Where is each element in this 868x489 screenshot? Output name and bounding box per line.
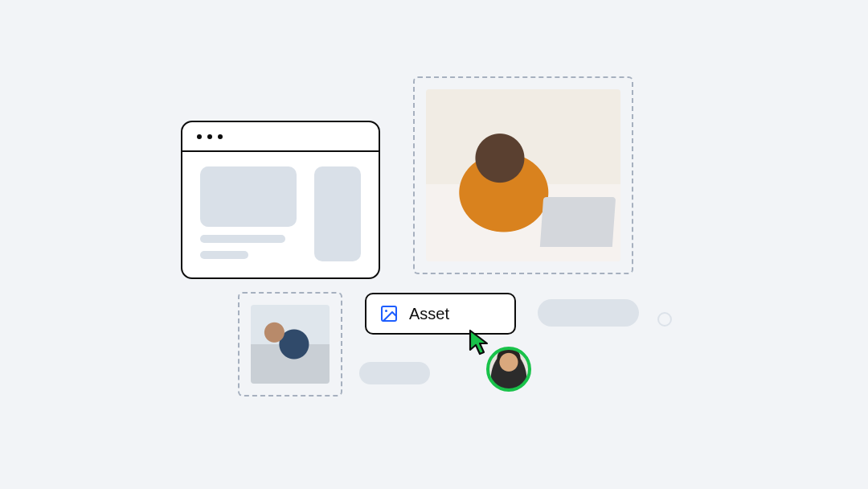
svg-point-1 [385, 310, 387, 312]
sidebar-block-placeholder [314, 166, 361, 261]
office-team-photo [251, 305, 330, 384]
browser-window-wireframe [181, 121, 380, 279]
person-at-laptop-photo [426, 89, 620, 261]
asset-chip[interactable]: Asset [365, 293, 516, 335]
window-control-dot [197, 134, 202, 139]
placeholder-ring [657, 312, 672, 327]
asset-chip-label: Asset [409, 305, 449, 323]
browser-body [182, 152, 379, 276]
browser-titlebar [182, 122, 379, 152]
window-control-dot [207, 134, 212, 139]
collaborator-avatar[interactable] [486, 347, 531, 392]
cursor-icon [468, 329, 490, 360]
text-line-placeholder [200, 251, 248, 259]
placeholder-pill [538, 299, 639, 327]
placeholder-pill [359, 362, 430, 384]
image-frame-large [413, 76, 633, 274]
text-line-placeholder [200, 235, 285, 243]
image-icon [379, 304, 399, 323]
content-block-placeholder [200, 166, 297, 227]
window-control-dot [218, 134, 223, 139]
image-frame-small [238, 292, 342, 397]
